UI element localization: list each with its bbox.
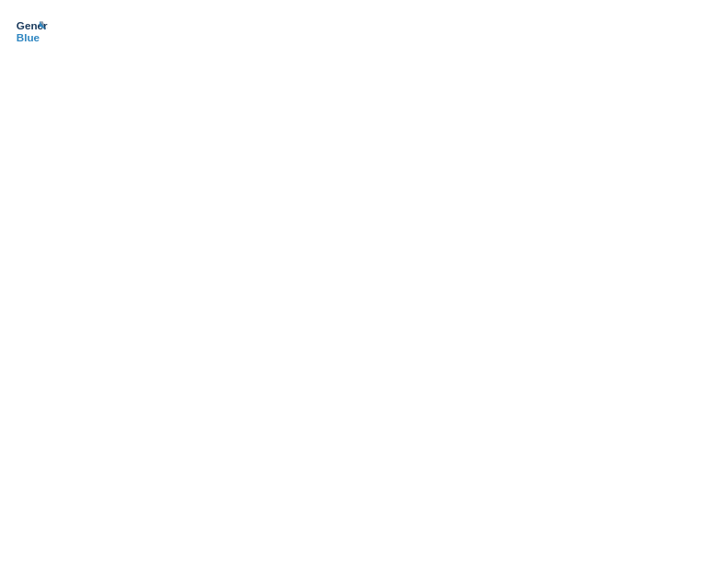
logo-icon: General Blue xyxy=(15,15,48,48)
svg-text:Blue: Blue xyxy=(17,31,40,43)
header: General Blue xyxy=(15,15,713,48)
logo: General Blue xyxy=(15,15,48,48)
